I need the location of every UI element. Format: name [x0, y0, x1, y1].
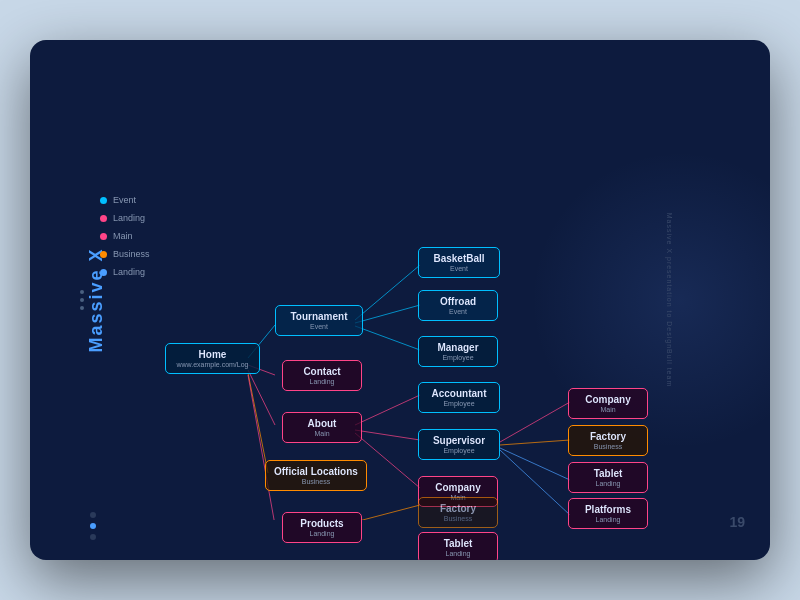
- node-official-sub: Business: [302, 478, 330, 486]
- nav-dot-1[interactable]: [90, 512, 96, 518]
- node-tournament[interactable]: Tournament Event: [275, 305, 363, 336]
- node-company-right[interactable]: Company Main: [568, 388, 648, 419]
- node-factory-right[interactable]: Factory Business: [568, 425, 648, 456]
- node-accountant[interactable]: Accountant Employee: [418, 382, 500, 413]
- node-home-sub: www.example.com/Log: [177, 361, 249, 369]
- node-manager[interactable]: Manager Employee: [418, 336, 498, 367]
- diagram-area: Home www.example.com/Log Tournament Even…: [100, 140, 730, 520]
- nav-dot-3[interactable]: [90, 534, 96, 540]
- node-contact-sub: Landing: [310, 378, 335, 386]
- svg-line-17: [500, 450, 570, 515]
- node-accountant-sub: Employee: [443, 400, 474, 408]
- svg-line-14: [500, 402, 570, 442]
- node-about-sub: Main: [314, 430, 329, 438]
- svg-line-4: [248, 375, 275, 520]
- node-tablet-right-title: Tablet: [594, 467, 623, 480]
- node-offroad-sub: Event: [449, 308, 467, 316]
- node-company-right-sub: Main: [600, 406, 615, 414]
- node-tablet-right-sub: Landing: [596, 480, 621, 488]
- node-products-sub: Landing: [310, 530, 335, 538]
- node-factory-right-sub: Business: [594, 443, 622, 451]
- svg-line-7: [355, 326, 420, 350]
- node-about-title: About: [308, 417, 337, 430]
- node-about[interactable]: About Main: [282, 412, 362, 443]
- node-basketball-title: BasketBall: [433, 252, 484, 265]
- dot-1[interactable]: [80, 290, 84, 294]
- node-company-right-title: Company: [585, 393, 631, 406]
- svg-line-15: [500, 440, 570, 445]
- dot-2[interactable]: [80, 298, 84, 302]
- node-tournament-sub: Event: [310, 323, 328, 331]
- node-contact-title: Contact: [303, 365, 340, 378]
- node-factory-mid[interactable]: Factory Business: [418, 497, 498, 528]
- node-home[interactable]: Home www.example.com/Log: [165, 343, 260, 374]
- node-factory-mid-sub: Business: [444, 515, 472, 523]
- node-tablet-mid-sub: Landing: [446, 550, 471, 558]
- nav-dot-2[interactable]: [90, 523, 96, 529]
- node-factory-right-title: Factory: [590, 430, 626, 443]
- node-factory-mid-title: Factory: [440, 502, 476, 515]
- node-offroad-title: Offroad: [440, 295, 476, 308]
- node-tablet-right[interactable]: Tablet Landing: [568, 462, 648, 493]
- node-supervisor[interactable]: Supervisor Employee: [418, 429, 500, 460]
- node-official-title: Official Locations: [274, 465, 358, 478]
- node-platforms-right-title: Platforms: [585, 503, 631, 516]
- svg-line-6: [355, 305, 420, 323]
- node-manager-title: Manager: [437, 341, 478, 354]
- node-manager-sub: Employee: [442, 354, 473, 362]
- node-basketball-sub: Event: [450, 265, 468, 273]
- svg-line-2: [248, 370, 275, 425]
- bottom-nav[interactable]: [90, 512, 96, 540]
- svg-line-9: [355, 430, 420, 440]
- node-company-mid-title: Company: [435, 481, 481, 494]
- node-tablet-mid-title: Tablet: [444, 537, 473, 550]
- svg-line-8: [355, 395, 420, 425]
- dot-3[interactable]: [80, 306, 84, 310]
- node-contact[interactable]: Contact Landing: [282, 360, 362, 391]
- svg-line-3: [248, 373, 268, 473]
- node-products-title: Products: [300, 517, 343, 530]
- svg-line-11: [355, 505, 420, 520]
- node-offroad[interactable]: Offroad Event: [418, 290, 498, 321]
- page-number: 19: [729, 514, 745, 530]
- node-supervisor-sub: Employee: [443, 447, 474, 455]
- node-supervisor-title: Supervisor: [433, 434, 485, 447]
- dots-menu[interactable]: [80, 290, 84, 310]
- node-official-locations[interactable]: Official Locations Business: [265, 460, 367, 491]
- node-tournament-title: Tournament: [290, 310, 347, 323]
- node-platforms-right[interactable]: Platforms Landing: [568, 498, 648, 529]
- node-tablet-mid[interactable]: Tablet Landing: [418, 532, 498, 560]
- svg-line-16: [500, 448, 570, 480]
- node-basketball[interactable]: BasketBall Event: [418, 247, 500, 278]
- main-frame: Massive X Event Landing Main Business La…: [30, 40, 770, 560]
- svg-line-5: [355, 265, 420, 320]
- node-accountant-title: Accountant: [432, 387, 487, 400]
- node-products[interactable]: Products Landing: [282, 512, 362, 543]
- node-platforms-right-sub: Landing: [596, 516, 621, 524]
- node-home-title: Home: [199, 348, 227, 361]
